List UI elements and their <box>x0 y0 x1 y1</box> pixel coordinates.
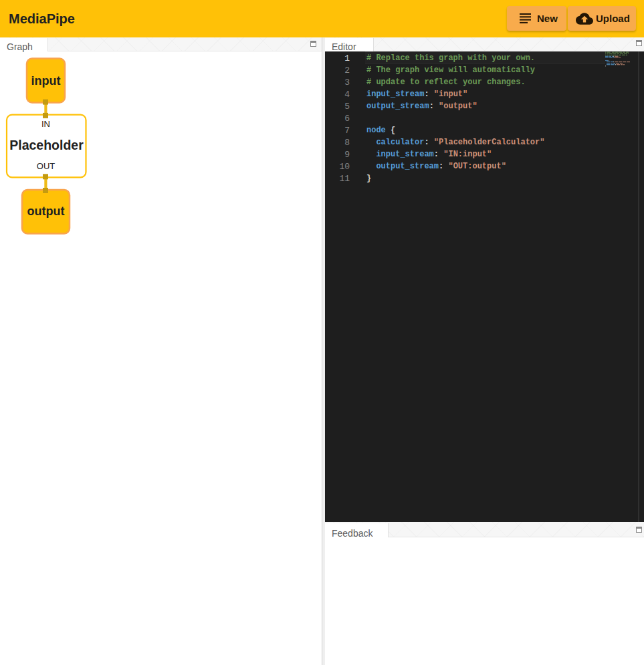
svg-text:Placeholder: Placeholder <box>9 138 84 152</box>
svg-text:OUT: OUT <box>37 161 56 171</box>
svg-text:output: output <box>27 205 65 218</box>
svg-text:IN: IN <box>41 119 50 129</box>
svg-text:input: input <box>31 74 61 88</box>
